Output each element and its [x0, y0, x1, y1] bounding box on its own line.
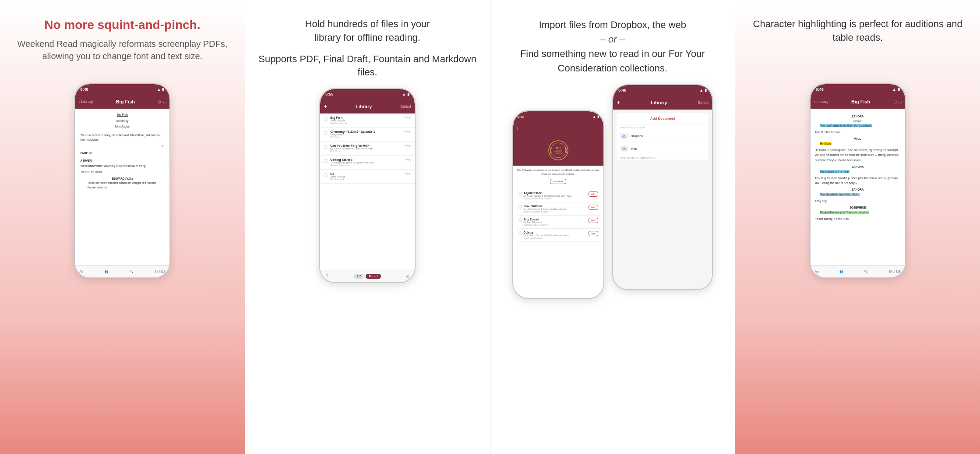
search-btn[interactable]: 🔍: [130, 270, 134, 273]
panel-1-body: Weekend Read magically reformats screenp…: [13, 38, 232, 62]
add-all-btn[interactable]: + Add All: [550, 179, 567, 184]
phones-container-3: 6:48 ▲ ▮ + Library Select Add Document: [504, 84, 722, 330]
list-item[interactable]: Go John August Go-Spec.pdf Today: [320, 170, 415, 184]
aw-checkbox-2[interactable]: [518, 218, 522, 222]
awards-nav: ‹: [513, 122, 603, 135]
phone-3-front: 6:48 ▲ ▮ ‹: [512, 110, 604, 299]
bookmark-icon[interactable]: ⊙: [158, 99, 161, 104]
item-checkbox-2[interactable]: [324, 145, 328, 149]
panel-2-text: Hold hundreds of files in your library f…: [258, 18, 477, 79]
action-4: They hug.: [815, 199, 901, 203]
bookmark-icon-4[interactable]: ⊙: [893, 99, 897, 104]
awards-status-bar: 6:48 ▲ ▮: [513, 111, 603, 122]
scene-heading-2: A RIVER.: [80, 159, 164, 163]
item-checkbox-1[interactable]: [324, 131, 328, 135]
select-3b[interactable]: Select: [698, 100, 709, 105]
panel-2-body: Supports PDF, Final Draft, Fountain and …: [258, 53, 477, 80]
aw-info-0: A Quiet Place by Bryan Woods & Scott Bec…: [524, 192, 587, 200]
import-mail[interactable]: ✉ Mail: [617, 142, 709, 155]
panel-3: Import files from Dropbox, the web – or …: [490, 0, 735, 454]
font-size-btn[interactable]: Aa: [79, 270, 83, 273]
char-3-line: I'm so glad you're here.: [815, 169, 901, 174]
list-item[interactable]: Can You Ever Forgive Me? by Nicole Holof…: [320, 142, 415, 156]
phone-4-inner: 6:49 ▲ ▮ ‹ Library Big Fish ⊙ □: [811, 84, 905, 277]
list-item[interactable]: Getting Started The fingertip guide to W…: [320, 156, 415, 170]
awards-list-item[interactable]: A Quiet Place by Bryan Woods & Scott Bec…: [517, 189, 600, 202]
aw-checkbox-0[interactable]: [518, 192, 522, 195]
phone-back-frame: 6:48 ▲ ▮ + Library Select Add Document: [612, 84, 713, 290]
aw-courtesy-1: courtesy Amazon Studios: [524, 210, 587, 213]
item-checkbox-0[interactable]: [324, 117, 328, 121]
panel-1: No more squint-and-pinch. Weekend Read m…: [0, 0, 245, 454]
battery-icon-3b: ▮: [705, 88, 707, 92]
status-icons-1: ▲ ▮: [157, 87, 164, 92]
page-info-1: 1 of 129: [155, 270, 166, 273]
aw-checkbox-3[interactable]: [518, 231, 522, 235]
item-checkbox-3[interactable]: [324, 159, 328, 163]
aw-info-3: Colette by Richard Glazter & Wash Westmo…: [524, 231, 587, 239]
char-3-name: SANDRA: [815, 164, 901, 169]
awards-list-item[interactable]: Boy Erased by Joel Edgerton courtesy Foc…: [517, 216, 600, 229]
add-document-btn[interactable]: +: [324, 103, 327, 110]
item-info-1: Chernobyl "1:23:45" Episode 1 Craig Mazi…: [330, 130, 402, 138]
action-1: A beat. Starting over...: [815, 130, 901, 135]
phone-back-inner: 6:48 ▲ ▮ + Library Select Add Document: [613, 85, 712, 289]
sort-az-btn[interactable]: A-Z: [353, 274, 364, 279]
aw-add-btn-3[interactable]: Add: [589, 231, 598, 236]
search-btn-4[interactable]: 🔍: [864, 270, 868, 273]
back-btn-1[interactable]: ‹ Library: [78, 99, 93, 104]
mail-label: Mail: [631, 147, 637, 151]
panel-1-phone-container: 6:48 ▲ ▮ ‹ Library Big Fish ⊙ □: [74, 83, 170, 441]
nav-title-4: Big Fish: [851, 99, 870, 104]
awards-list-item[interactable]: Colette by Richard Glazter & Wash Westmo…: [517, 229, 600, 242]
add-btn-3b[interactable]: +: [617, 99, 620, 106]
status-bar-2: 6:55 ▲ ▮: [320, 89, 415, 99]
aw-courtesy-0: courtesy Paramount Pictures: [524, 197, 587, 200]
awards-back-btn[interactable]: ‹: [517, 125, 518, 131]
share-icon-4[interactable]: □: [899, 99, 902, 104]
char-5-line: It's good to see you. You look beautiful…: [815, 210, 901, 215]
add-doc-panel: Add Document IMPORT FILE FROM ◇ Dropbox …: [617, 113, 709, 160]
list-item[interactable]: Chernobyl "1:23:45" Episode 1 Craig Mazi…: [320, 128, 415, 142]
dialogue-1: There are some fish that cannot be caugh…: [80, 181, 164, 190]
svg-text:2018: 2018: [556, 147, 561, 149]
svg-text:SEASON: SEASON: [554, 152, 562, 154]
clear-icon[interactable]: ⊗: [406, 274, 409, 279]
status-icons-3b: ▲ ▮: [699, 88, 707, 92]
library-screen: Big Fish John August Big Fish.fountain T…: [320, 114, 415, 270]
aw-add-btn-2[interactable]: Add: [589, 218, 598, 223]
awards-body: The following screenplays are hosted on …: [513, 166, 603, 245]
aw-add-btn-1[interactable]: Add: [589, 205, 598, 210]
library-title: Library: [356, 104, 372, 109]
highlight-blue-1: You didn't need to do that. You just did…: [820, 124, 872, 127]
sort-recent-btn[interactable]: Recent: [366, 274, 381, 279]
font-size-btn-4[interactable]: Aa: [815, 270, 819, 273]
list-item[interactable]: Big Fish John August Big Fish.fountain T…: [320, 114, 415, 128]
battery-icon-3f: ▮: [597, 115, 599, 119]
time-1: 6:48: [80, 87, 88, 92]
item-file-0: Big Fish.fountain: [330, 122, 402, 124]
import-from-label: IMPORT FILE FROM: [617, 124, 709, 130]
awards-list-item[interactable]: Beautiful Boy by Luke Davies & Felix van…: [517, 202, 600, 216]
char-highlight-screen: SANDRA (simply) You didn't need to do th…: [811, 109, 905, 265]
mail-icon: ✉: [620, 145, 628, 152]
aw-checkbox-1[interactable]: [518, 205, 522, 209]
back-btn-4[interactable]: ‹ Library: [814, 99, 828, 104]
share-icon[interactable]: □: [163, 99, 166, 104]
item-title-4: Go: [330, 172, 402, 175]
battery-icon-2: ▮: [407, 92, 409, 96]
highlight-yellow-1: Hi, Mom.: [820, 142, 832, 145]
aw-info-1: Beautiful Boy by Luke Davies & Felix van…: [524, 205, 587, 213]
phone-1-inner: 6:48 ▲ ▮ ‹ Library Big Fish ⊙ □: [75, 84, 169, 277]
aw-add-btn-0[interactable]: Add: [589, 192, 598, 197]
item-info-2: Can You Ever Forgive Me? by Nicole Holof…: [330, 144, 402, 153]
item-checkbox-4[interactable]: [324, 173, 328, 177]
panel-1-heading: No more squint-and-pinch.: [13, 18, 232, 32]
import-dropbox[interactable]: ◇ Dropbox: [617, 130, 709, 142]
select-btn[interactable]: Select: [400, 104, 411, 109]
item-file-3: Getting Started.md: [330, 164, 402, 167]
script-written: written by: [80, 119, 164, 123]
help-icon[interactable]: ?: [325, 273, 328, 280]
scene-heading-1: FADE IN:: [80, 151, 164, 156]
item-file-1: iOS Only: [330, 136, 402, 138]
